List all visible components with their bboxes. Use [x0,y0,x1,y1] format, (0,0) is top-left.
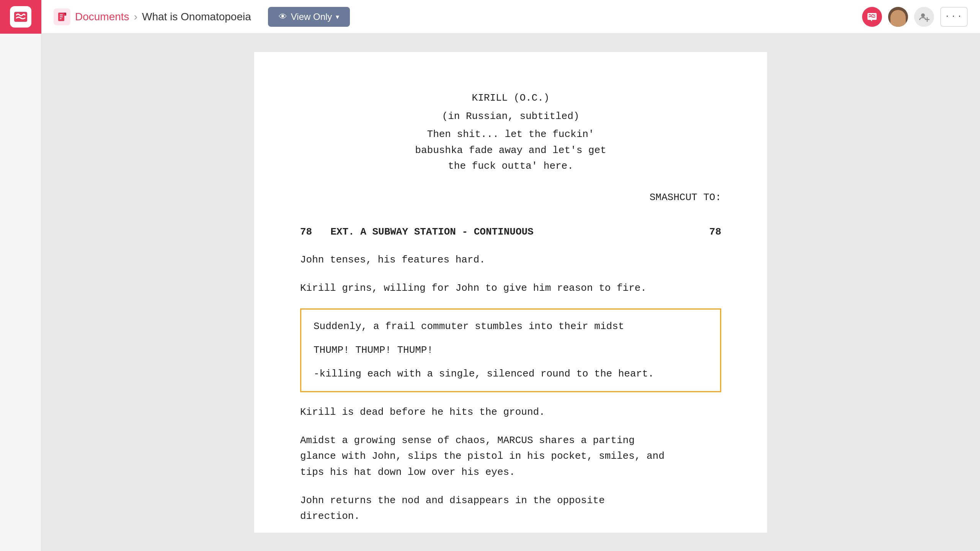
scene-number-right: 78 [709,224,721,240]
highlighted-passage: Suddenly, a frail commuter stumbles into… [300,308,721,392]
action-line-3: Kirill is dead before he hits the ground… [300,404,721,421]
scene-heading-text: EXT. A SUBWAY STATION - CONTINUOUS [312,224,709,240]
svg-rect-4 [60,18,62,19]
highlighted-line-2: THUMP! THUMP! THUMP! [314,342,708,359]
logo-area [0,0,41,34]
character-name: KIRILL (O.C.) [300,90,721,106]
app-logo [10,6,31,28]
view-only-label: View Only [291,11,332,22]
scene-heading: 78 EXT. A SUBWAY STATION - CONTINUOUS 78 [300,224,721,240]
avatar-image [890,10,906,27]
parenthetical: (in Russian, subtitled) [300,109,721,125]
breadcrumb-documents-link[interactable]: Documents [75,11,129,23]
main-area: KIRILL (O.C.) (in Russian, subtitled) Th… [0,34,980,551]
transition-text: SMASHCUT TO: [300,190,721,206]
action-line-2: Kirill grins, willing for John to give h… [300,280,721,297]
highlighted-line-3: -killing each with a single, silenced ro… [314,366,708,382]
action-line-5: John returns the nod and disappears in t… [300,493,721,525]
breadcrumb-separator: › [134,11,137,23]
scene-number-left: 78 [300,224,312,240]
more-options-button[interactable]: ··· [940,7,968,27]
dialogue-block: KIRILL (O.C.) (in Russian, subtitled) Th… [300,90,721,174]
script-page: KIRILL (O.C.) (in Russian, subtitled) Th… [254,52,767,533]
breadcrumb-current-page: What is Onomatopoeia [142,11,251,23]
user-avatar[interactable] [888,7,908,27]
eye-icon: 👁 [279,12,287,22]
svg-rect-2 [60,15,63,15]
add-people-button[interactable] [914,7,934,27]
action-line-4: Amidst a growing sense of chaos, MARCUS … [300,433,721,481]
chat-avatar-button[interactable] [862,7,882,27]
svg-rect-3 [60,16,63,17]
highlighted-line-1: Suddenly, a frail commuter stumbles into… [314,319,708,335]
svg-rect-0 [14,12,27,22]
breadcrumb: Documents › What is Onomatopoeia 👁 View … [41,7,862,27]
action-line-1: John tenses, his features hard. [300,252,721,268]
topbar-right: ··· [862,7,980,27]
sidebar [0,34,41,551]
chevron-down-icon: ▾ [336,13,339,21]
document-icon [54,8,70,25]
dialogue-text: Then shit... let the fuckin' babushka fa… [300,127,721,174]
view-only-button[interactable]: 👁 View Only ▾ [268,7,350,27]
topbar: Documents › What is Onomatopoeia 👁 View … [0,0,980,34]
svg-point-7 [921,13,925,17]
content-area: KIRILL (O.C.) (in Russian, subtitled) Th… [41,34,980,551]
